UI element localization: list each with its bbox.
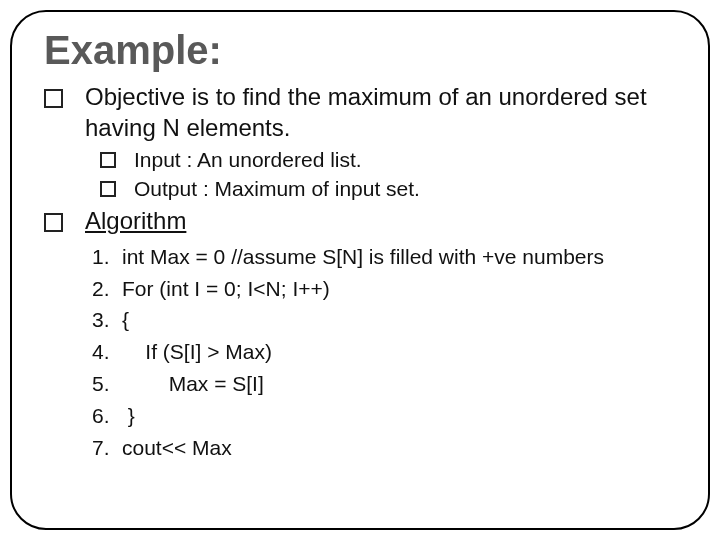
step-text: { — [122, 304, 680, 336]
subbullet-input: Input : An unordered list. — [100, 147, 680, 173]
subbullet-text: Input : An unordered list. — [134, 147, 680, 173]
step-row: 6. } — [92, 400, 680, 432]
step-number: 1. — [92, 241, 122, 273]
bullet-objective: Objective is to find the maximum of an u… — [44, 82, 680, 143]
step-text: } — [122, 400, 680, 432]
algorithm-steps: 1. int Max = 0 //assume S[N] is filled w… — [92, 241, 680, 464]
subbullet-text: Output : Maximum of input set. — [134, 176, 680, 202]
step-number: 5. — [92, 368, 122, 400]
step-number: 7. — [92, 432, 122, 464]
bullet-text: Objective is to find the maximum of an u… — [85, 82, 680, 143]
step-text: int Max = 0 //assume S[N] is filled with… — [122, 241, 680, 273]
step-text: If (S[I] > Max) — [122, 336, 680, 368]
step-row: 7. cout<< Max — [92, 432, 680, 464]
step-number: 2. — [92, 273, 122, 305]
checkbox-icon — [100, 152, 116, 168]
step-number: 6. — [92, 400, 122, 432]
bullet-text: Algorithm — [85, 206, 680, 237]
slide-frame: Example: Objective is to find the maximu… — [10, 10, 710, 530]
checkbox-icon — [44, 213, 63, 232]
step-number: 3. — [92, 304, 122, 336]
step-row: 5. Max = S[I] — [92, 368, 680, 400]
checkbox-icon — [44, 89, 63, 108]
step-row: 3. { — [92, 304, 680, 336]
step-number: 4. — [92, 336, 122, 368]
step-text: For (int I = 0; I<N; I++) — [122, 273, 680, 305]
checkbox-icon — [100, 181, 116, 197]
slide-title: Example: — [44, 28, 680, 72]
bullet-algorithm: Algorithm — [44, 206, 680, 237]
step-row: 2. For (int I = 0; I<N; I++) — [92, 273, 680, 305]
subbullet-output: Output : Maximum of input set. — [100, 176, 680, 202]
step-row: 4. If (S[I] > Max) — [92, 336, 680, 368]
step-text: Max = S[I] — [122, 368, 680, 400]
step-row: 1. int Max = 0 //assume S[N] is filled w… — [92, 241, 680, 273]
step-text: cout<< Max — [122, 432, 680, 464]
